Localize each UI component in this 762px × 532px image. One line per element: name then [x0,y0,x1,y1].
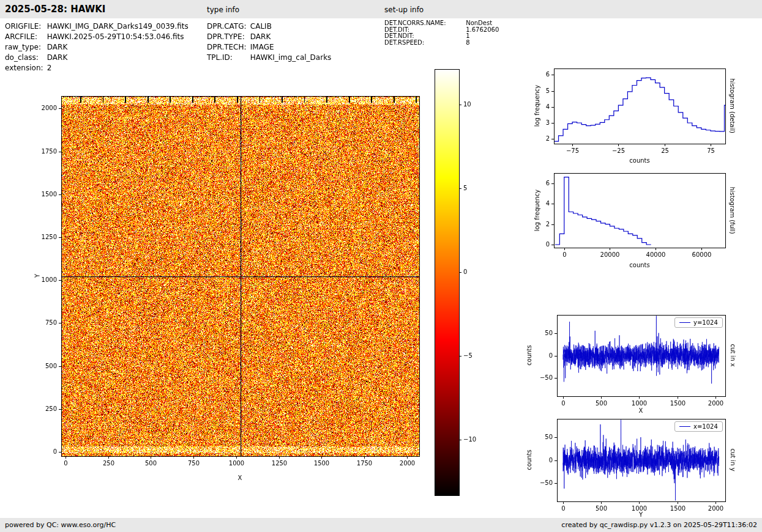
legend-line-icon [679,322,690,323]
meta-label: extension: [5,63,45,73]
setup-info-heading: set-up info [384,6,424,14]
meta-label: DET.NCORRS.NAME: [384,20,464,27]
meta-value: DARK [47,53,67,63]
meta-value: DARK [250,32,271,42]
footer-bar: powered by QC: www.eso.org/HC created by… [0,518,762,532]
hist-detail-side-label: histogram (detail) [729,78,736,133]
cut-y-side-label: cut in y [730,448,736,471]
meta-value: 2 [47,63,52,73]
meta-label: DPR.TECH: [207,42,248,53]
meta-value: IMAGE [250,42,274,53]
qc-report-page: 2025-05-28: HAWKI type info set-up info … [0,0,762,532]
meta-row: DPR.TYPE: DARK [207,32,331,42]
cut-x-x-axis-label: X [639,407,643,414]
meta-row: do_class: DARK [5,53,189,63]
meta-label: do_class: [5,53,45,63]
meta-label: ORIGFILE: [5,21,45,32]
meta-value: DARK [47,42,67,53]
meta-value: HAWKI_IMG_DARK_Darks149_0039.fits [47,21,189,32]
cut-y-x-axis-label: Y [639,511,643,518]
hist-detail-x-axis-label: counts [629,157,649,164]
meta-label: DPR.CATG: [207,21,248,32]
meta-row: ARCFILE: HAWKI.2025-05-29T10:54:53.046.f… [5,32,189,42]
hist-full-side-label: histogram (full) [729,187,736,234]
file-info-block: ORIGFILE: HAWKI_IMG_DARK_Darks149_0039.f… [5,21,189,73]
meta-label: raw_type: [5,42,45,53]
type-info-heading: type info [207,6,239,14]
meta-row: raw_type: DARK [5,42,189,53]
cut-x-legend-label: y=1024 [693,319,718,326]
meta-row: DET.RSPEED: 8 [384,40,499,46]
cut-y-legend-label: x=1024 [693,423,718,430]
cut-y-legend: x=1024 [674,421,723,432]
cut-x-legend: y=1024 [674,317,723,328]
meta-value: HAWKI.2025-05-29T10:54:53.046.fits [47,32,184,42]
main-x-axis-label: X [238,475,242,481]
page-title: 2025-05-28: HAWKI [5,4,105,15]
meta-row: DET.NCORRS.NAME: NonDest [384,20,499,27]
meta-row: DPR.TECH: IMAGE [207,42,331,53]
meta-value: 1 [466,33,469,40]
cut-x-y-axis-label: counts [526,345,532,365]
meta-row: TPL.ID: HAWKI_img_cal_Darks [207,53,331,63]
meta-label: TPL.ID: [207,53,248,63]
meta-row: DPR.CATG: CALIB [207,21,331,32]
main-y-axis-label: Y [34,274,41,278]
meta-value: NonDest [466,20,492,27]
meta-value: 8 [466,40,469,46]
meta-label: ARCFILE: [5,32,45,42]
meta-row: extension: 2 [5,63,189,73]
legend-line-icon [679,426,690,427]
type-info-block: DPR.CATG: CALIB DPR.TYPE: DARK DPR.TECH:… [207,21,331,63]
meta-value: 1.6762060 [466,27,499,34]
meta-label: DPR.TYPE: [207,32,248,42]
hist-full-x-axis-label: counts [629,262,649,268]
meta-label: DET.RSPEED: [384,40,464,46]
setup-info-block: DET.NCORRS.NAME: NonDest DET.DIT: 1.6762… [384,20,499,46]
cut-y-y-axis-label: counts [526,449,532,470]
footer-credit-right: created by qc_rawdisp.py v1.2.3 on 2025-… [561,521,757,529]
meta-label: DET.NDIT: [384,33,464,40]
hist-detail-y-axis-label: log frequency [534,85,540,127]
cut-x-side-label: cut in x [730,344,736,366]
hist-full-y-axis-label: log frequency [534,190,540,232]
meta-row: ORIGFILE: HAWKI_IMG_DARK_Darks149_0039.f… [5,21,189,32]
meta-value: CALIB [250,21,272,32]
header-bar: 2025-05-28: HAWKI type info set-up info [0,0,762,18]
meta-row: DET.NDIT: 1 [384,33,499,40]
footer-credit-left: powered by QC: www.eso.org/HC [5,521,116,529]
meta-value: HAWKI_img_cal_Darks [250,53,332,63]
